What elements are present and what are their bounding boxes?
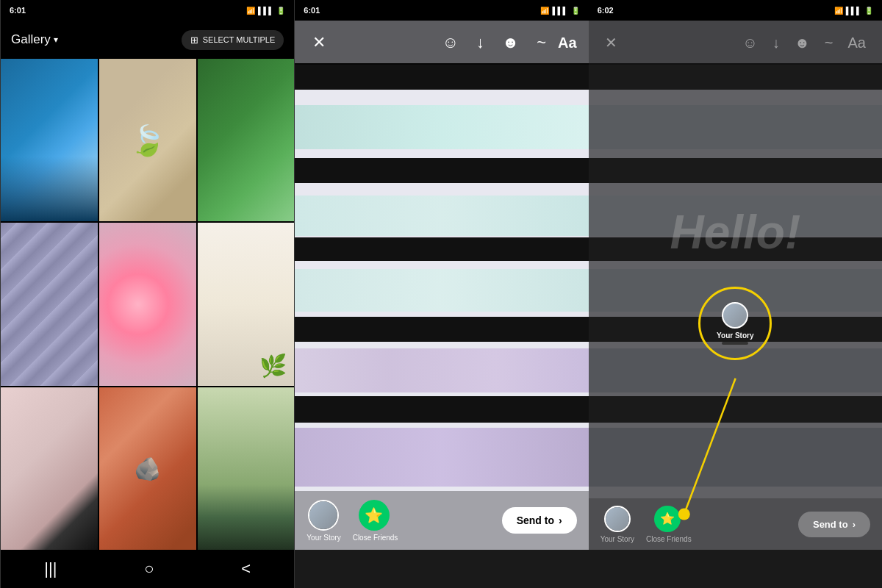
status-icons-2: 📶 ▌▌▌ 🔋 (540, 7, 579, 15)
close-friends-label-2: Close Friends (353, 534, 398, 542)
text-tool-button[interactable]: Aa (558, 35, 577, 51)
close-button-2[interactable]: ✕ (306, 30, 331, 55)
wifi-icon-3: 📶 (834, 7, 843, 15)
phone-2: 6:01 📶 ▌▌▌ 🔋 ✕ ☺ ↓ ☻ ~ Aa (295, 0, 588, 588)
gallery-title[interactable]: Gallery ▾ (11, 32, 58, 47)
nav-home-button-1[interactable]: ○ (129, 553, 168, 584)
download-button[interactable]: ↓ (470, 30, 490, 55)
phone3-canvas: Hello! (589, 21, 882, 550)
p3-stripe-10 (589, 428, 882, 487)
your-story-option[interactable]: Your Story (306, 500, 340, 542)
text-tool-button-3[interactable]: Aa (844, 32, 870, 54)
gallery-grid (1, 59, 294, 550)
close-friends-icon: ⭐ (359, 500, 390, 531)
signal-icon-3: ▌▌▌ (846, 7, 861, 15)
status-time-2: 6:01 (304, 6, 320, 15)
p3-stripe-9 (589, 396, 882, 423)
battery-icon-3: 🔋 (864, 7, 873, 15)
p3-stripe-3 (589, 158, 882, 183)
gallery-item-2[interactable] (99, 59, 196, 221)
signal-icon: ▌▌▌ (258, 7, 273, 15)
avatar-image-3 (606, 507, 629, 531)
close-button-3[interactable]: ✕ (600, 31, 622, 54)
wifi-icon: 📶 (246, 7, 255, 15)
phone-1: 6:01 📶 ▌▌▌ 🔋 Gallery ▾ ⊞ SELECT MULTIPLE… (0, 0, 295, 588)
phone3-background: Hello! (589, 21, 882, 550)
status-bar-3: 6:02 📶 ▌▌▌ 🔋 (589, 0, 882, 21)
editor-header: ✕ ☺ ↓ ☻ ~ Aa (295, 21, 588, 65)
annotation-avatar (722, 302, 748, 329)
stripe-2 (295, 105, 588, 149)
nav-back-button-1[interactable]: < (226, 553, 265, 584)
status-icons-3: 📶 ▌▌▌ 🔋 (834, 7, 873, 15)
gallery-header: Gallery ▾ ⊞ SELECT MULTIPLE (1, 21, 294, 59)
status-bar-2: 6:01 📶 ▌▌▌ 🔋 (295, 0, 588, 21)
gallery-item-5[interactable] (99, 223, 196, 385)
your-story-option-3[interactable]: Your Story (600, 506, 634, 543)
your-story-label-3: Your Story (600, 535, 634, 543)
phone3-bottom: Your Story ⭐ Close Friends Send to › (589, 498, 882, 550)
stripe-4 (295, 196, 588, 236)
send-arrow-icon-2: › (559, 514, 562, 526)
phone3-header: ✕ ☺ ↓ ☻ ~ Aa (589, 21, 882, 65)
send-arrow-icon-3: › (853, 519, 856, 530)
stripe-5 (295, 237, 588, 261)
stripe-10 (295, 428, 588, 487)
gallery-item-3[interactable] (198, 59, 295, 221)
watercolor-background (295, 21, 588, 550)
stripe-8 (295, 348, 588, 392)
gallery-label: Gallery (11, 32, 51, 47)
phone3-icons-right: ☺ ↓ ☻ ~ Aa (738, 32, 870, 54)
gallery-chevron-icon: ▾ (54, 35, 58, 45)
draw-button[interactable]: ~ (531, 30, 552, 55)
sticker-button-3[interactable]: ☺ (738, 32, 761, 54)
your-story-annotation: Your Story (698, 287, 772, 360)
status-bar-1: 6:01 📶 ▌▌▌ 🔋 (1, 0, 294, 21)
editor-icons-right: ☺ ↓ ☻ ~ Aa (437, 30, 577, 55)
nav-menu-button-1[interactable]: ||| (29, 553, 71, 584)
send-to-label-3: Send to (813, 519, 848, 530)
editor-canvas (295, 21, 588, 550)
editor-bottom: Your Story ⭐ Close Friends Send to › (295, 491, 588, 550)
story-avatar-3 (604, 506, 631, 532)
status-icons-1: 📶 ▌▌▌ 🔋 (246, 7, 285, 15)
wifi-icon-2: 📶 (540, 7, 549, 15)
close-friends-option-3[interactable]: ⭐ Close Friends (646, 506, 692, 543)
close-friends-option[interactable]: ⭐ Close Friends (353, 500, 398, 542)
status-time-1: 6:01 (10, 6, 26, 15)
effect-button-3[interactable]: ☻ (790, 32, 814, 54)
stripe-9 (295, 396, 588, 423)
story-avatar-2 (308, 500, 339, 531)
stripe-1 (295, 63, 588, 90)
status-time-3: 6:02 (598, 6, 614, 15)
download-button-3[interactable]: ↓ (768, 32, 784, 54)
gallery-item-8[interactable] (99, 387, 196, 550)
send-to-label-2: Send to (517, 514, 554, 526)
gallery-item-7[interactable] (1, 387, 98, 550)
sticker-button[interactable]: ☺ (437, 30, 465, 55)
p3-stripe-1 (589, 63, 882, 90)
close-friends-icon-3: ⭐ (654, 506, 681, 532)
stripe-6 (295, 269, 588, 312)
annotation-progress-bar (722, 342, 748, 345)
gallery-item-1[interactable] (1, 59, 98, 221)
gallery-item-4[interactable] (1, 223, 98, 385)
battery-icon: 🔋 (276, 7, 285, 15)
send-to-button-3[interactable]: Send to › (798, 512, 870, 537)
select-multiple-button[interactable]: ⊞ SELECT MULTIPLE (182, 30, 284, 50)
bottom-nav-1: ||| ○ < (1, 550, 294, 588)
select-icon: ⊞ (190, 35, 198, 46)
send-to-button-2[interactable]: Send to › (502, 507, 577, 534)
select-multiple-label: SELECT MULTIPLE (203, 35, 276, 44)
hello-text: Hello! (670, 205, 800, 259)
close-friends-label-3: Close Friends (646, 535, 692, 543)
gallery-item-9[interactable] (198, 387, 295, 550)
stripe-7 (295, 317, 588, 342)
effect-button[interactable]: ☻ (496, 30, 525, 55)
draw-button-3[interactable]: ~ (820, 32, 838, 54)
battery-icon-2: 🔋 (571, 7, 580, 15)
annotation-label: Your Story (717, 331, 753, 340)
your-story-label-2: Your Story (306, 534, 340, 542)
p3-stripe-2 (589, 105, 882, 149)
gallery-item-6[interactable] (198, 223, 295, 385)
